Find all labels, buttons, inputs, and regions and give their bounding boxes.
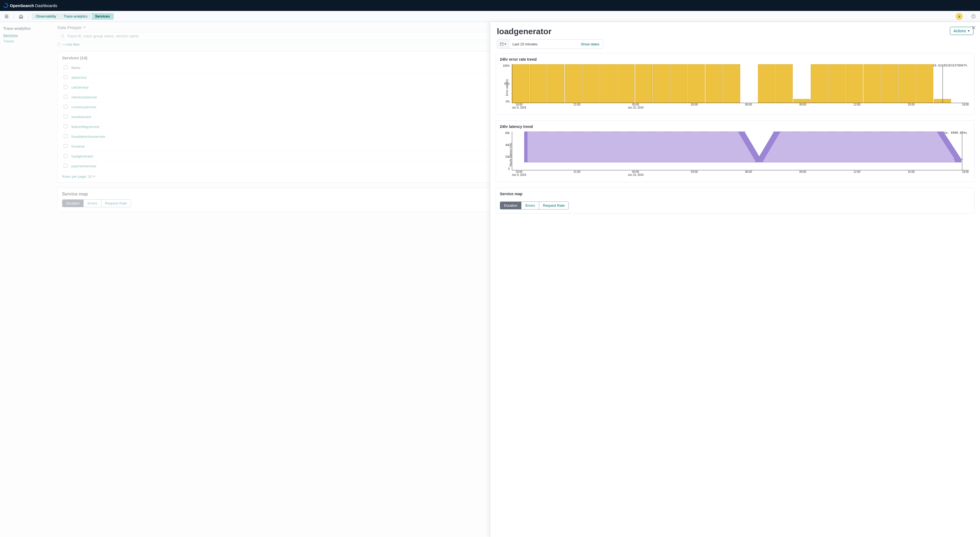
chevron-down-icon — [83, 27, 86, 28]
tab-request-rate[interactable]: Request Rate — [102, 200, 131, 207]
left-nav: Trace analytics Services Traces — [0, 22, 51, 537]
leftnav-traces[interactable]: Traces — [3, 39, 48, 43]
time-range-label: Last 15 minutes — [509, 42, 578, 46]
search-icon — [60, 34, 65, 38]
show-dates-link[interactable]: Show dates — [578, 42, 603, 46]
xtick: 09:00 — [799, 103, 806, 111]
filter-icon — [57, 43, 61, 46]
close-flyout-button[interactable] — [971, 25, 977, 31]
svg-text:?: ? — [973, 15, 974, 18]
error-bar — [512, 64, 530, 103]
menu-icon[interactable] — [3, 13, 10, 20]
fly-tab-request-rate[interactable]: Request Rate — [539, 202, 569, 209]
flyout-body: 24hr error rate trend Error rate (%) 100… — [490, 53, 980, 537]
xtick: 12:00 — [853, 103, 860, 111]
breadcrumb: Observability Trace analytics Services — [32, 13, 114, 20]
error-xaxis: 18:00Jun 9, 202421:0000:00Jun 10, 202403… — [512, 103, 969, 111]
calendar-icon[interactable] — [497, 40, 509, 48]
tab-duration[interactable]: Duration — [62, 200, 84, 207]
row-checkbox[interactable] — [64, 154, 68, 158]
service-link[interactable]: paymentservice — [72, 164, 96, 168]
fly-tab-errors[interactable]: Errors — [522, 202, 539, 209]
row-checkbox[interactable] — [64, 95, 68, 99]
help-icon[interactable]: ? — [970, 13, 977, 20]
actions-button[interactable]: Actions — [950, 27, 974, 35]
error-bar — [723, 64, 740, 103]
xtick: 00:00Jun 10, 2024 — [628, 170, 644, 178]
service-link[interactable]: cartservice — [72, 85, 89, 89]
latency-panel: 24hr latency trend Hourly latency (ms) 6… — [496, 120, 975, 182]
row-checkbox[interactable] — [64, 164, 68, 168]
latency-title: 24hr latency trend — [500, 124, 970, 129]
fly-tab-duration[interactable]: Duration — [500, 202, 522, 209]
service-link[interactable]: frauddetectionservice — [72, 135, 105, 139]
crumb-trace-analytics[interactable]: Trace analytics — [60, 13, 91, 20]
error-bar — [846, 64, 863, 103]
service-link[interactable]: currencyservice — [72, 105, 96, 109]
divider — [28, 14, 29, 19]
service-link[interactable]: frontend — [72, 145, 84, 148]
brand-light: Dashboards — [34, 3, 57, 8]
latency-chart: Hourly latency (ms) 60k 40k 20k 0 Now: 6… — [500, 132, 970, 178]
service-link[interactable]: emailservice — [72, 115, 91, 119]
service-map-tabs: Duration Errors Request Rate — [62, 199, 131, 207]
row-checkbox[interactable] — [64, 134, 68, 138]
xtick: 06:00 — [745, 170, 752, 178]
chevron-down-icon — [968, 30, 970, 32]
service-link[interactable]: featureflagservice — [72, 125, 100, 129]
flyout-service-map-tabs: Duration Errors Request Rate — [500, 202, 569, 210]
brand-logo[interactable]: OpenSearch Dashboards — [3, 3, 57, 8]
leftnav-heading: Trace analytics — [3, 26, 48, 31]
datasource-select[interactable]: Data Prepper — [57, 25, 86, 30]
latency-plot-area: Now: 6086.87ms — [512, 132, 969, 170]
xtick: 21:00 — [573, 170, 580, 178]
home-icon[interactable] — [17, 13, 25, 20]
svg-point-17 — [754, 162, 765, 162]
service-link[interactable]: loadgenerator — [72, 154, 93, 158]
service-link[interactable]: adservice — [72, 75, 87, 79]
row-checkbox[interactable] — [64, 144, 68, 148]
error-bar — [653, 64, 670, 103]
datasource-label: Data Prepper — [57, 25, 82, 30]
xtick: 18:00 — [962, 170, 969, 178]
leftnav-services[interactable]: Services — [3, 33, 48, 37]
crumb-services[interactable]: Services — [91, 13, 114, 20]
xtick: 03:00 — [691, 103, 698, 111]
flyout-title: loadgenerator — [497, 27, 552, 36]
row-checkbox[interactable] — [64, 75, 68, 79]
flyout-service-map-panel: Service map Duration Errors Request Rate — [496, 187, 975, 213]
error-bar — [617, 64, 635, 103]
service-link[interactable]: checkoutservice — [72, 95, 97, 99]
error-bar — [705, 64, 723, 103]
xtick: 09:00 — [799, 170, 806, 178]
error-rate-title: 24hr error rate trend — [500, 57, 970, 62]
error-bar — [670, 64, 687, 103]
row-checkbox[interactable] — [64, 85, 68, 89]
xtick: 00:00Jun 10, 2024 — [628, 103, 644, 111]
xtick: 15:00 — [908, 170, 915, 178]
row-checkbox[interactable] — [64, 114, 68, 118]
avatar[interactable]: a — [956, 13, 963, 20]
row-checkbox[interactable] — [64, 105, 68, 108]
chevron-down-icon — [93, 176, 95, 177]
error-bar — [916, 64, 933, 103]
crumb-observability[interactable]: Observability — [32, 13, 60, 20]
tab-errors[interactable]: Errors — [84, 200, 101, 207]
error-bar — [775, 64, 793, 103]
time-picker[interactable]: Last 15 minutes Show dates — [497, 40, 603, 49]
error-bar — [811, 64, 828, 103]
error-bar — [565, 64, 582, 103]
error-yaxis: 100% 50% 0% — [500, 64, 511, 103]
error-rate-panel: 24hr error rate trend Error rate (%) 100… — [496, 53, 975, 115]
flyout-service-map-title: Service map — [500, 192, 970, 196]
row-checkbox[interactable] — [64, 124, 68, 128]
error-bar — [828, 64, 845, 103]
col-name[interactable]: Name ↑ — [70, 63, 369, 73]
error-bar — [899, 64, 916, 103]
chevron-down-icon — [504, 43, 506, 45]
error-bar — [582, 64, 600, 103]
error-bar — [793, 99, 810, 103]
select-all-checkbox[interactable] — [64, 65, 68, 69]
topbar-right: a ? — [956, 13, 977, 20]
xtick: 06:00 — [745, 103, 752, 111]
